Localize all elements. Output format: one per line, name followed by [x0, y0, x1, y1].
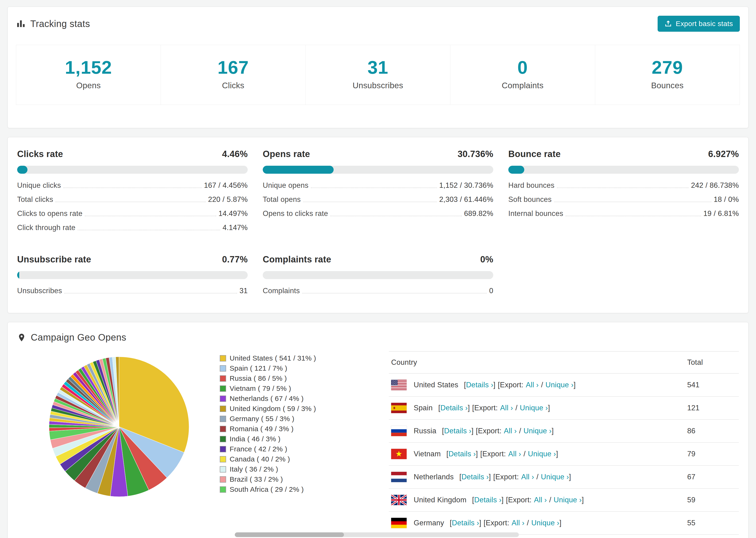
export-all-link[interactable]: All › — [508, 450, 521, 458]
stat-row: Opens to clicks rate 689.82% — [263, 207, 493, 221]
rates-card: Clicks rate 4.46% Unique clicks 167 / 4.… — [8, 137, 748, 313]
horizontal-scrollbar-thumb[interactable] — [235, 532, 344, 537]
stat-label: Complaints — [263, 287, 300, 295]
rate-block: Complaints rate 0% Complaints 0 — [263, 254, 493, 298]
legend-swatch — [220, 446, 226, 452]
rate-title: Complaints rate — [263, 254, 331, 265]
export-unique-link[interactable]: Unique › — [545, 381, 573, 389]
stat-row: Hard bounces 242 / 86.738% — [508, 178, 739, 192]
country-name: United Kingdom — [414, 496, 466, 504]
export-label: Export: — [474, 404, 498, 412]
export-icon — [665, 20, 672, 27]
export-all-link[interactable]: All › — [504, 427, 517, 435]
counter-box: 1,152 Opens — [16, 45, 161, 105]
progress-track — [263, 271, 493, 279]
export-group: [Export:All ›/Unique ›] — [506, 496, 584, 504]
geo-table-row: Spain [Details ›] [Export:All ›/Unique ›… — [389, 397, 739, 419]
legend-label: Canada ( 40 / 2% ) — [230, 456, 290, 463]
export-all-link[interactable]: All › — [534, 496, 547, 504]
details-link[interactable]: Details › — [461, 473, 489, 481]
export-all-link[interactable]: All › — [526, 381, 539, 389]
country-total: 121 — [685, 397, 739, 419]
export-unique-link[interactable]: Unique › — [554, 496, 582, 504]
stat-row: Soft bounces 18 / 0% — [508, 192, 739, 207]
dotted-leader — [557, 188, 689, 188]
export-unique-link[interactable]: Unique › — [541, 473, 569, 481]
details-link[interactable]: Details › — [441, 404, 468, 412]
export-group: [Export:All ›/Unique ›] — [476, 427, 554, 435]
details-group: [Details ›] — [472, 496, 504, 504]
export-all-link[interactable]: All › — [512, 519, 524, 527]
stat-row: Clicks to opens rate 14.497% — [17, 207, 248, 221]
counter-box: 31 Unsubscribes — [305, 45, 450, 105]
progress-track — [17, 166, 248, 174]
stat-row: Internal bounces 19 / 6.81% — [508, 207, 739, 221]
stat-label: Unsubscribes — [17, 287, 62, 295]
export-all-link[interactable]: All › — [521, 473, 534, 481]
dotted-leader — [63, 188, 202, 188]
bracket: ] — [471, 427, 473, 435]
geo-table: Country Total United States — [389, 351, 739, 535]
export-label: Export: — [500, 381, 523, 389]
export-label: Export: — [478, 427, 502, 435]
details-link[interactable]: Details › — [444, 427, 471, 435]
export-basic-stats-button[interactable]: Export basic stats — [658, 16, 740, 32]
dotted-leader — [330, 216, 461, 216]
counter-value: 167 — [161, 58, 305, 77]
details-link[interactable]: Details › — [466, 381, 493, 389]
bracket: [ — [506, 496, 508, 504]
legend-label: Spain ( 121 / 7% ) — [230, 364, 287, 372]
country-flag-icon — [391, 495, 406, 505]
rate-rows: Unique clicks 167 / 4.456% Total clicks … — [17, 178, 248, 235]
legend-swatch — [220, 486, 226, 493]
legend-swatch — [220, 375, 226, 382]
pie-chart-svg — [47, 355, 191, 499]
export-group: [Export:All ›/Unique ›] — [480, 450, 558, 458]
legend-label: South Africa ( 29 / 2% ) — [230, 486, 304, 493]
legend-item: Canada ( 40 / 2% ) — [220, 456, 389, 463]
details-link[interactable]: Details › — [449, 450, 476, 458]
bracket: [ — [450, 519, 452, 527]
bar-chart-icon — [16, 19, 26, 28]
details-group: [Details ›] — [464, 381, 495, 389]
geo-table-row: United Kingdom [Details ›] [Export:All ›… — [389, 488, 739, 511]
rate-value: 0.77% — [222, 254, 248, 265]
country-name: United States — [414, 381, 458, 389]
export-unique-link[interactable]: Unique › — [528, 450, 556, 458]
export-unique-link[interactable]: Unique › — [523, 427, 552, 435]
bracket: ] — [476, 450, 478, 458]
stat-value: 242 / 86.738% — [691, 181, 739, 190]
details-group: [Details ›] — [446, 450, 478, 458]
tracking-stats-title: Tracking stats — [16, 19, 90, 29]
horizontal-scrollbar[interactable] — [235, 532, 519, 537]
counter-box: 279 Bounces — [595, 45, 740, 105]
export-unique-link[interactable]: Unique › — [520, 404, 548, 412]
bracket: [ — [464, 381, 466, 389]
slash-separator: / — [549, 496, 551, 504]
legend-item: Romania ( 49 / 3% ) — [220, 425, 389, 433]
export-basic-stats-label: Export basic stats — [676, 20, 733, 28]
details-link[interactable]: Details › — [452, 519, 479, 527]
stat-value: 167 / 4.456% — [204, 181, 248, 190]
stat-label: Total opens — [263, 195, 301, 204]
rate-title: Opens rate — [263, 149, 310, 159]
counter-value: 1,152 — [16, 58, 161, 77]
progress-fill — [17, 271, 19, 279]
export-group: [Export:All ›/Unique ›] — [498, 381, 576, 389]
export-unique-link[interactable]: Unique › — [531, 519, 560, 527]
stat-value: 4.147% — [223, 224, 248, 232]
country-column-header: Country — [389, 351, 685, 373]
geo-table-row: Russia [Details ›] [Export:All ›/Unique … — [389, 419, 739, 443]
stat-value: 1,152 / 30.736% — [439, 181, 493, 190]
rate-rows: Complaints 0 — [263, 284, 493, 298]
stat-label: Unique opens — [263, 181, 308, 190]
counter-box: 167 Clicks — [161, 45, 305, 105]
legend-swatch — [220, 456, 226, 462]
details-group: [Details ›] — [459, 473, 491, 481]
bracket: [ — [446, 450, 449, 458]
details-link[interactable]: Details › — [474, 496, 502, 504]
details-group: [Details ›] — [438, 404, 470, 412]
export-all-link[interactable]: All › — [500, 404, 513, 412]
dotted-leader — [302, 293, 487, 294]
bracket: [ — [438, 404, 441, 412]
